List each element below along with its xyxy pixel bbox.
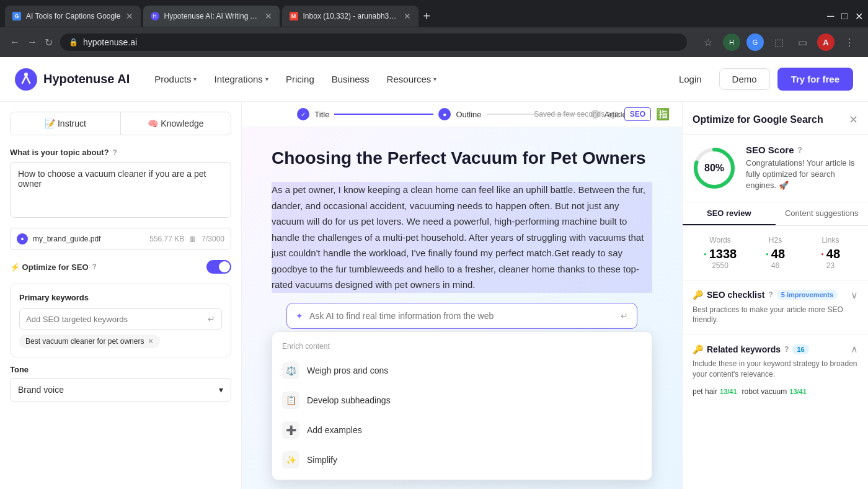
url-bar[interactable]: 🔒 hypotenuse.ai bbox=[60, 34, 687, 51]
related-kw-toggle[interactable]: ∧ bbox=[851, 343, 858, 355]
seo-checklist-header: 🔑 SEO checklist ? 5 improvements ∨ bbox=[693, 289, 858, 301]
optimize-seo-row: ⚡ Optimize for SEO ? bbox=[10, 260, 231, 274]
file-count: 7/3000 bbox=[202, 235, 224, 243]
step-line-1 bbox=[334, 114, 433, 115]
optimize-help-icon[interactable]: ? bbox=[92, 262, 97, 271]
bookmark-icon[interactable]: ☆ bbox=[699, 34, 717, 51]
reload-button[interactable]: ↻ bbox=[45, 37, 53, 48]
nav-business[interactable]: Business bbox=[332, 74, 370, 84]
url-text: hypotenuse.ai bbox=[83, 37, 137, 47]
optimize-toggle[interactable] bbox=[206, 260, 231, 274]
kw-input[interactable] bbox=[26, 315, 208, 324]
ext1-icon[interactable]: H bbox=[723, 34, 740, 51]
tab3-close[interactable]: ✕ bbox=[404, 11, 411, 21]
seo-tab-review[interactable]: SEO review bbox=[683, 202, 776, 225]
article-title[interactable]: Choosing the Perfect Vacuum for Pet Owne… bbox=[272, 147, 652, 169]
related-key-icon: 🔑 bbox=[693, 344, 703, 354]
forward-button[interactable]: → bbox=[27, 37, 37, 48]
seo-tab-suggestions[interactable]: Content suggestions bbox=[776, 202, 869, 225]
nav-pricing[interactable]: Pricing bbox=[286, 74, 314, 84]
tab1-close[interactable]: ✕ bbox=[126, 11, 133, 21]
seo-stat-words: Words ● 1338 2550 bbox=[693, 236, 748, 270]
nav-products[interactable]: Products ▾ bbox=[154, 74, 197, 84]
topic-textarea[interactable]: How to choose a vacuum cleaner if you ar… bbox=[10, 162, 231, 218]
stat-h2s-value: ● 48 bbox=[748, 247, 803, 261]
file-delete-button[interactable]: 🗑 bbox=[189, 235, 197, 243]
enrich-icon-1: 📋 bbox=[282, 392, 299, 409]
main-content: 📝 Instruct 🧠 Knowledge What is your topi… bbox=[0, 102, 868, 489]
knowledge-tab-button[interactable]: 🧠 Knowledge bbox=[121, 112, 231, 135]
stat-h2s-sub: 46 bbox=[748, 261, 803, 270]
try-free-button[interactable]: Try for free bbox=[777, 68, 853, 91]
enrich-item-3[interactable]: ✨ Simplify bbox=[272, 445, 652, 475]
file-icon: ● bbox=[17, 233, 28, 244]
editor-progress: ✓ Title ● Outline Article Saved a few se… bbox=[242, 102, 682, 127]
tab-bar: G AI Tools for Captions Google ✕ H Hypot… bbox=[0, 0, 868, 27]
editor-content: Choosing the Perfect Vacuum for Pet Owne… bbox=[242, 127, 682, 489]
ext2-icon[interactable]: G bbox=[746, 34, 764, 51]
enrich-item-2[interactable]: ➕ Add examples bbox=[272, 415, 652, 445]
seo-checklist-title: 🔑 SEO checklist ? 5 improvements bbox=[693, 290, 838, 300]
step-outline-dot: ● bbox=[438, 108, 451, 120]
file-size: 556.77 KB bbox=[149, 235, 184, 243]
stat-links-label: Links bbox=[803, 236, 858, 244]
kw-chip-name-1: robot vacuum bbox=[742, 387, 787, 396]
login-button[interactable]: Login bbox=[669, 69, 712, 89]
checklist-toggle[interactable]: ∨ bbox=[851, 289, 858, 301]
translate-icon[interactable]: 🈯 bbox=[656, 107, 670, 121]
window-controls: ─ □ ✕ bbox=[827, 11, 863, 22]
step-outline-label: Outline bbox=[456, 110, 481, 119]
logo[interactable]: Hypotenuse AI bbox=[15, 68, 130, 91]
tablet-icon[interactable]: ▭ bbox=[794, 34, 811, 51]
enrich-item-0[interactable]: ⚖️ Weigh pros and cons bbox=[272, 356, 652, 385]
step-title-dot: ✓ bbox=[297, 108, 309, 120]
seo-badge[interactable]: SEO bbox=[624, 107, 651, 121]
address-bar: ← → ↻ 🔒 hypotenuse.ai ☆ H G ⬚ ▭ A ⋮ bbox=[0, 27, 868, 57]
kw-chips: pet hair 13/41 robot vacuum 13/41 bbox=[693, 387, 858, 396]
improvements-badge: 5 improvements bbox=[777, 290, 838, 300]
ai-input[interactable] bbox=[309, 311, 614, 321]
main-page: Hypotenuse AI Products ▾ Integrations ▾ … bbox=[0, 57, 868, 489]
back-button[interactable]: ← bbox=[10, 37, 20, 48]
instruct-tab-button[interactable]: 📝 Instruct bbox=[11, 112, 121, 135]
article-body[interactable]: As a pet owner, I know keeping a clean h… bbox=[272, 182, 652, 293]
seo-panel-header: Optimize for Google Search ✕ bbox=[683, 102, 868, 135]
maximize-icon[interactable]: □ bbox=[841, 11, 848, 22]
kw-tag-remove[interactable]: ✕ bbox=[148, 337, 154, 346]
nav-links: Products ▾ Integrations ▾ Pricing Busine… bbox=[154, 74, 669, 84]
kw-chip-count-0: 13/41 bbox=[720, 388, 737, 395]
seo-panel-close[interactable]: ✕ bbox=[849, 113, 858, 127]
tab2-close[interactable]: ✕ bbox=[265, 11, 272, 21]
seo-score-section: 80% SEO Score ? Congratulations! Your ar… bbox=[683, 135, 868, 202]
menu-icon[interactable]: ⋮ bbox=[841, 34, 858, 51]
minimize-icon[interactable]: ─ bbox=[827, 11, 834, 22]
profile-avatar[interactable]: A bbox=[817, 34, 835, 51]
topic-help-icon[interactable]: ? bbox=[113, 148, 117, 157]
seo-panel-title: Optimize for Google Search bbox=[693, 114, 823, 125]
tab3-title: Inbox (10,332) - arunabh348@... bbox=[303, 12, 399, 20]
browser-tab-3[interactable]: M Inbox (10,332) - arunabh348@... ✕ bbox=[282, 6, 418, 27]
editor-area: ✓ Title ● Outline Article Saved a few se… bbox=[242, 102, 682, 489]
new-tab-button[interactable]: + bbox=[423, 10, 431, 22]
enrich-label-3: Simplify bbox=[307, 455, 337, 465]
browser-chrome: G AI Tools for Captions Google ✕ H Hypot… bbox=[0, 0, 868, 57]
browser-tab-2[interactable]: H Hypotenuse AI: AI Writing Assi... ✕ bbox=[143, 6, 280, 27]
demo-button[interactable]: Demo bbox=[719, 68, 770, 90]
tone-chevron: ▾ bbox=[219, 385, 223, 395]
nav-resources[interactable]: Resources ▾ bbox=[387, 74, 437, 84]
tone-label: Tone bbox=[10, 365, 231, 374]
seo-checklist-desc: Best practices to make your article more… bbox=[693, 305, 858, 326]
score-info: SEO Score ? Congratulations! Your articl… bbox=[746, 145, 858, 192]
related-help-icon[interactable]: ? bbox=[784, 345, 789, 354]
tone-select[interactable]: Brand voice ▾ bbox=[10, 378, 231, 402]
enrich-item-1[interactable]: 📋 Develop subheadings bbox=[272, 385, 652, 415]
score-desc: Congratulations! Your article is fully o… bbox=[746, 158, 858, 192]
nav-integrations[interactable]: Integrations ▾ bbox=[214, 74, 268, 84]
ext3-icon[interactable]: ⬚ bbox=[770, 34, 787, 51]
score-help-icon[interactable]: ? bbox=[798, 146, 802, 155]
seo-checklist-section: 🔑 SEO checklist ? 5 improvements ∨ Best … bbox=[683, 280, 868, 335]
related-kw-title: 🔑 Related keywords ? 16 bbox=[693, 344, 809, 354]
checklist-help-icon[interactable]: ? bbox=[768, 290, 773, 299]
browser-tab-1[interactable]: G AI Tools for Captions Google ✕ bbox=[5, 6, 141, 27]
close-icon[interactable]: ✕ bbox=[855, 11, 863, 22]
